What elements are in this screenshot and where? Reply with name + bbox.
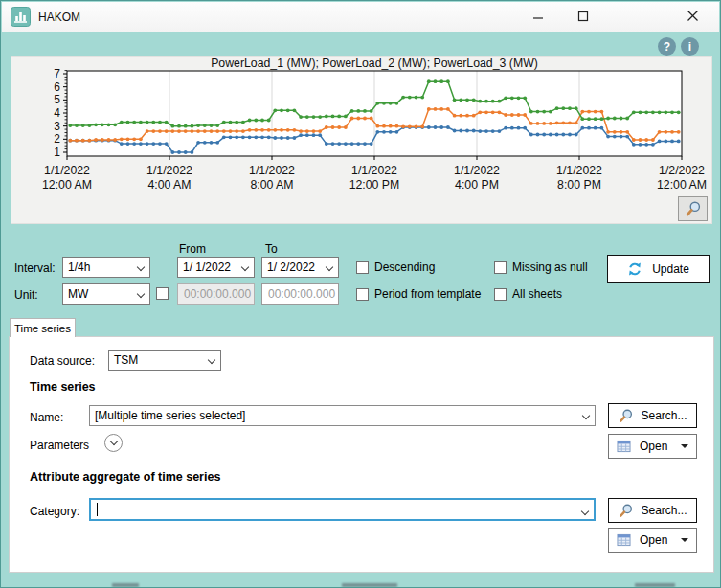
svg-text:1/1/2022: 1/1/2022 — [454, 164, 500, 177]
time-series-chart: 12345671/1/202212:00 AM1/1/20224:00 AM1/… — [11, 57, 713, 225]
info-icon: i — [688, 40, 691, 54]
svg-text:4:00 PM: 4:00 PM — [455, 178, 499, 192]
minimize-icon — [532, 11, 544, 22]
search-icon — [618, 503, 634, 519]
info-button[interactable]: i — [681, 37, 699, 56]
svg-text:6: 6 — [54, 80, 60, 94]
checkbox-box — [494, 288, 507, 301]
svg-text:4: 4 — [54, 106, 60, 120]
svg-text:12:00 AM: 12:00 AM — [42, 178, 92, 192]
svg-text:3: 3 — [54, 120, 60, 133]
maximize-button[interactable] — [567, 1, 599, 31]
name-value: [Multiple time series selected] — [95, 409, 245, 422]
close-icon — [687, 10, 699, 22]
parameters-label: Parameters — [30, 439, 89, 452]
chevron-down-icon — [137, 290, 145, 298]
data-source-label: Data source: — [30, 354, 95, 368]
chevron-down-icon — [241, 263, 249, 271]
svg-text:8:00 AM: 8:00 AM — [250, 178, 293, 192]
svg-text:8:00 PM: 8:00 PM — [557, 178, 601, 192]
descending-checkbox[interactable]: Descending — [356, 260, 435, 274]
checkbox-box — [156, 287, 169, 300]
table-icon — [617, 533, 631, 547]
all-sheets-label: All sheets — [512, 287, 562, 301]
time-series-heading: Time series — [30, 380, 96, 394]
parameters-expander-button[interactable] — [104, 434, 123, 452]
period-from-template-checkbox[interactable]: Period from template — [356, 287, 481, 301]
chart-zoom-button[interactable] — [678, 196, 708, 221]
interval-combobox[interactable]: 1/4h — [62, 257, 150, 278]
all-sheets-checkbox[interactable]: All sheets — [494, 287, 562, 301]
search-name-button[interactable]: Search... — [608, 403, 697, 428]
app-icon — [11, 7, 31, 27]
to-date-picker[interactable]: 1/ 2/2022 — [261, 257, 339, 278]
to-label: To — [265, 242, 278, 256]
missing-as-null-label: Missing as null — [512, 260, 588, 274]
data-source-combobox[interactable]: TSM — [108, 350, 221, 371]
to-date-value: 1/ 2/2022 — [267, 260, 315, 274]
chevron-down-icon — [582, 412, 590, 419]
window-title: HAKOM — [38, 11, 80, 24]
dropdown-arrow-icon — [681, 538, 688, 542]
to-time-field[interactable]: 00:00:00.000 — [261, 283, 339, 305]
interval-value: 1/4h — [68, 260, 90, 274]
checkbox-box — [356, 288, 369, 301]
search-category-button[interactable]: Search... — [608, 498, 697, 523]
checkbox-box — [356, 261, 369, 274]
open-category-button[interactable]: Open — [608, 528, 697, 553]
close-button[interactable] — [676, 1, 709, 31]
search-label: Search... — [641, 409, 687, 422]
unit-label: Unit: — [14, 288, 38, 302]
magnifier-icon — [685, 200, 702, 217]
minimize-button[interactable] — [522, 1, 554, 31]
svg-text:12:00 PM: 12:00 PM — [349, 178, 400, 192]
background-window-artifact — [635, 583, 675, 587]
svg-text:7: 7 — [54, 67, 60, 80]
open-label: Open — [640, 440, 667, 453]
text-caret — [97, 503, 98, 516]
open-timeseries-button[interactable]: Open — [608, 434, 697, 459]
hakom-window: HAKOM ? i 12345671/1/202212:00 AM1/1/202… — [0, 0, 721, 588]
from-date-value: 1/ 1/2022 — [183, 260, 231, 274]
svg-text:1/1/2022: 1/1/2022 — [44, 164, 90, 177]
from-date-picker[interactable]: 1/ 1/2022 — [177, 257, 255, 278]
unit-combobox[interactable]: MW — [62, 283, 150, 305]
chevron-down-icon — [208, 356, 215, 364]
refresh-icon — [627, 261, 642, 277]
name-label: Name: — [30, 411, 63, 424]
maximize-icon — [577, 11, 589, 22]
chevron-down-icon — [137, 263, 145, 271]
svg-text:1/1/2022: 1/1/2022 — [351, 164, 397, 177]
svg-text:1/1/2022: 1/1/2022 — [249, 164, 295, 177]
help-icon: ? — [664, 40, 670, 54]
tab-label: Time series — [14, 323, 71, 334]
update-button[interactable]: Update — [607, 255, 710, 283]
descending-label: Descending — [374, 260, 435, 274]
help-button[interactable]: ? — [658, 37, 676, 56]
dropdown-arrow-icon — [681, 444, 688, 448]
interval-label: Interval: — [14, 261, 56, 275]
background-window-artifact — [342, 583, 397, 587]
chevron-down-icon — [581, 508, 589, 515]
titlebar: HAKOM — [2, 2, 719, 32]
attribute-aggregate-heading: Attribute aggregate of time series — [30, 470, 220, 484]
from-time-value: 00:00:00.000 — [184, 287, 251, 301]
svg-text:12:00 AM: 12:00 AM — [657, 178, 707, 192]
tab-time-series[interactable]: Time series — [10, 318, 76, 337]
svg-text:PowerLoad_1 (MW); PowerLoad_2: PowerLoad_1 (MW); PowerLoad_2 (MW); Powe… — [211, 57, 538, 70]
svg-text:1/2/2022: 1/2/2022 — [659, 164, 705, 177]
open-label: Open — [640, 533, 667, 547]
missing-as-null-checkbox[interactable]: Missing as null — [494, 260, 588, 274]
period-from-template-label: Period from template — [374, 287, 481, 301]
svg-text:2: 2 — [54, 132, 60, 146]
category-label: Category: — [30, 505, 79, 518]
svg-text:5: 5 — [54, 93, 60, 106]
search-label: Search... — [641, 504, 687, 517]
time-enable-checkbox[interactable] — [156, 286, 174, 300]
background-window-artifact — [112, 583, 139, 587]
name-combobox[interactable]: [Multiple time series selected] — [89, 405, 596, 426]
from-label: From — [179, 242, 206, 256]
category-combobox[interactable] — [89, 498, 596, 521]
svg-text:1/1/2022: 1/1/2022 — [556, 164, 602, 177]
data-source-value: TSM — [114, 353, 138, 367]
